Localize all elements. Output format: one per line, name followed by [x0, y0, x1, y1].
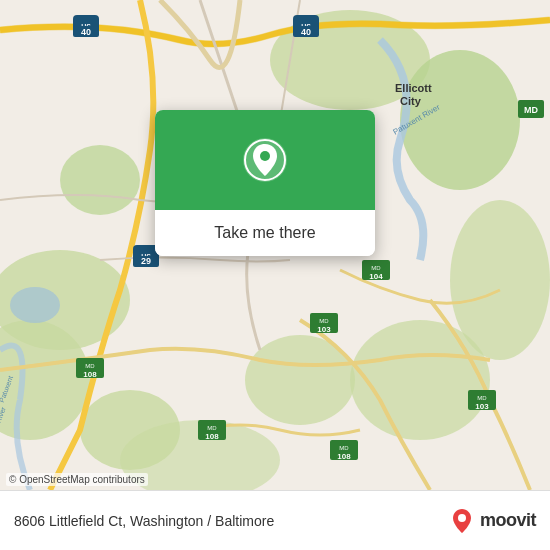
svg-text:MD: MD — [371, 265, 381, 271]
map-container: US 40 US 29 US 40 MD 108 MD 108 MD 103 M… — [0, 0, 550, 490]
svg-point-11 — [10, 287, 60, 323]
svg-text:103: 103 — [317, 325, 331, 334]
svg-text:MD: MD — [85, 363, 95, 369]
take-me-there-button[interactable]: Take me there — [155, 210, 375, 256]
svg-text:MD: MD — [524, 105, 538, 115]
svg-text:Ellicott: Ellicott — [395, 82, 432, 94]
svg-text:City: City — [400, 95, 422, 107]
footer-address: 8606 Littlefield Ct, Washington / Baltim… — [14, 513, 274, 529]
moovit-logo: moovit — [448, 507, 536, 535]
svg-text:29: 29 — [141, 256, 151, 266]
svg-text:MD: MD — [477, 395, 487, 401]
svg-text:108: 108 — [83, 370, 97, 379]
card-green-header — [155, 110, 375, 210]
svg-point-7 — [350, 320, 490, 440]
svg-text:108: 108 — [337, 452, 351, 461]
svg-text:103: 103 — [475, 402, 489, 411]
svg-text:MD: MD — [207, 425, 217, 431]
svg-text:MD: MD — [319, 318, 329, 324]
svg-text:108: 108 — [205, 432, 219, 441]
footer: 8606 Littlefield Ct, Washington / Baltim… — [0, 490, 550, 550]
svg-point-51 — [260, 151, 270, 161]
map-attribution: © OpenStreetMap contributors — [6, 473, 148, 486]
svg-text:40: 40 — [81, 27, 91, 37]
svg-point-10 — [60, 145, 140, 215]
moovit-text: moovit — [480, 510, 536, 531]
svg-text:MD: MD — [339, 445, 349, 451]
location-pin-icon — [241, 136, 289, 184]
svg-text:104: 104 — [369, 272, 383, 281]
svg-point-52 — [458, 514, 466, 522]
svg-text:40: 40 — [301, 27, 311, 37]
moovit-pin-icon — [448, 507, 476, 535]
location-card: Take me there — [155, 110, 375, 256]
